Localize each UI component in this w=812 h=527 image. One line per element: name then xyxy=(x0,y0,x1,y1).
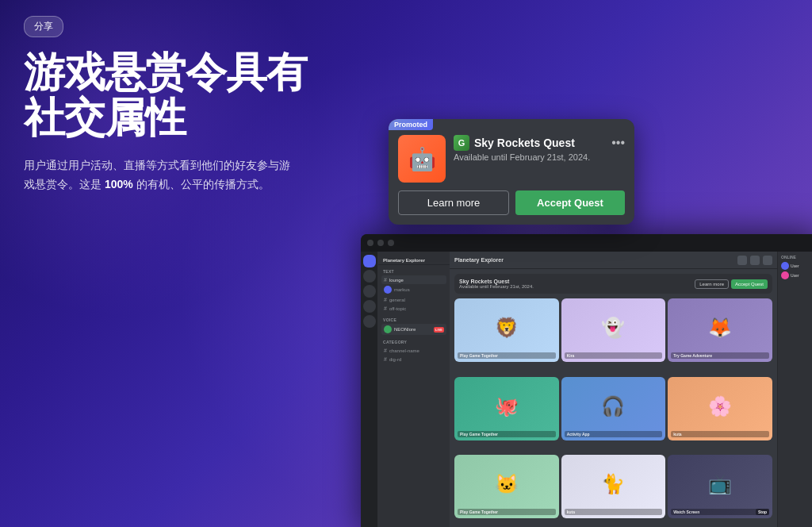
notif-learn-more-button[interactable]: Learn more xyxy=(695,279,729,289)
sidebar-server-active[interactable] xyxy=(363,255,376,267)
learn-more-button[interactable]: Learn more xyxy=(398,190,509,215)
quest-info: G Sky Rockets Quest ••• Available until … xyxy=(454,129,625,162)
hero-description: 用户通过用户活动、直播等方式看到他们的好友参与游戏悬赏令。这是 100% 的有机… xyxy=(24,156,293,194)
right-user-name-2: User xyxy=(791,273,799,278)
live-badge: LIVE xyxy=(434,327,444,333)
quest-notification-card: Promoted 🤖 G Sky Rockets Quest ••• Avail… xyxy=(389,119,634,225)
activity-card-4[interactable]: 🐙 Play Game Together xyxy=(454,377,559,440)
activity-btn-9[interactable]: Stop xyxy=(756,509,769,515)
activity-emoji-7: 🐱 xyxy=(495,474,519,496)
activity-emoji-3: 🦊 xyxy=(708,317,732,339)
channel-markus[interactable]: markus xyxy=(381,284,446,295)
channel-dig-rd[interactable]: # dig-rd xyxy=(381,355,446,364)
activity-card-6[interactable]: 🌸 kuta xyxy=(668,377,772,440)
share-badge: 分享 xyxy=(24,16,63,37)
titlebar-dot-2 xyxy=(377,240,384,246)
activity-emoji-2: 👻 xyxy=(601,317,625,339)
activity-label-1: Play Game Together xyxy=(458,352,556,359)
titlebar-dot-3 xyxy=(388,240,394,246)
channel-lounge[interactable]: # lounge xyxy=(381,275,446,284)
notif-accept-button[interactable]: Accept Quest xyxy=(731,279,768,289)
titlebar xyxy=(361,234,812,252)
channel-name-text: channel-name xyxy=(389,348,419,353)
titlebar-dot-1 xyxy=(367,240,373,246)
page-container: 分享 游戏悬赏令具有 社交属性 用户通过用户活动、直播等方式看到他们的好友参与游… xyxy=(0,0,812,527)
right-user-2: User xyxy=(781,271,812,279)
activity-label-6: kuta xyxy=(671,431,769,437)
hash-icon-off-topic: # xyxy=(384,306,387,311)
quest-availability: Available until February 21st, 2024. xyxy=(454,152,625,162)
sidebar-server-3[interactable] xyxy=(363,300,376,313)
activity-card-5[interactable]: 🎧 Activity App xyxy=(561,377,666,440)
voice-icon-neonlore xyxy=(384,325,392,333)
channel-general[interactable]: # general xyxy=(381,295,446,304)
channel-dig-rd-name: dig-rd xyxy=(389,357,401,362)
header-icons xyxy=(737,256,772,265)
activity-card-7[interactable]: 🐱 Play Game Together xyxy=(454,455,559,518)
activity-grid: 🦁 Play Game Together 👻 Kira 🦊 Try Game A… xyxy=(450,298,777,527)
more-icon[interactable]: ••• xyxy=(611,136,625,150)
sidebar-server-2[interactable] xyxy=(363,285,376,298)
activity-label-4: Play Game Together xyxy=(458,431,556,437)
channel-off-topic[interactable]: # off-topic xyxy=(381,304,446,313)
activity-card-1[interactable]: 🦁 Play Game Together xyxy=(454,298,559,362)
category-label: CATEGORY xyxy=(381,338,446,346)
game-icon: G xyxy=(454,135,469,151)
main-header: Planetary Explorer xyxy=(450,252,777,269)
activity-label-8: kuta xyxy=(565,509,663,515)
right-panel: ONLINE User User xyxy=(777,252,812,527)
quest-title-row: G Sky Rockets Quest ••• xyxy=(454,135,625,151)
activity-emoji-4: 🐙 xyxy=(495,395,519,417)
promoted-badge: Promoted xyxy=(389,119,433,130)
main-title: 游戏悬赏令具有 社交属性 xyxy=(24,50,365,140)
header-icon-3[interactable] xyxy=(763,256,772,265)
channel-off-topic-name: off-topic xyxy=(389,306,406,311)
hash-icon-dr: # xyxy=(384,356,387,362)
quest-notif-title: Sky Rockets Quest xyxy=(459,279,690,284)
activity-label-7: Play Game Together xyxy=(458,509,556,515)
main-channel-title: Planetary Explorer xyxy=(454,257,734,263)
activity-emoji-6: 🌸 xyxy=(708,395,732,417)
header-icon-2[interactable] xyxy=(750,256,760,265)
quest-notif-text: Sky Rockets Quest Available until Februa… xyxy=(459,279,690,289)
right-user-avatar-2 xyxy=(781,271,789,279)
channel-neonlore[interactable]: NEONlore LIVE xyxy=(381,324,446,335)
header-icon-1[interactable] xyxy=(737,256,747,265)
channel-name-item[interactable]: # channel-name xyxy=(381,346,446,355)
hash-icon-lounge: # xyxy=(384,277,387,283)
accept-quest-button[interactable]: Accept Quest xyxy=(515,190,625,215)
voice-channels-section: VOICE NEONlore LIVE xyxy=(378,316,450,335)
right-section-title: ONLINE xyxy=(781,255,812,260)
server-name: Planetary Explorer xyxy=(378,255,450,265)
server-sidebar xyxy=(361,252,378,527)
main-chat-area: Planetary Explorer Sky Rockets Quest Ava… xyxy=(450,252,777,527)
activity-card-3[interactable]: 🦊 Try Game Adventure xyxy=(668,298,772,362)
sidebar-server-1[interactable] xyxy=(363,270,376,283)
hash-icon-cn: # xyxy=(384,348,387,353)
activity-emoji-8: 🐈 xyxy=(601,474,625,496)
activity-card-9[interactable]: 📺 Watch Screen Stop xyxy=(668,455,772,518)
activity-label-9: Watch Screen xyxy=(671,509,769,515)
robot-icon: 🤖 xyxy=(408,146,436,172)
channels-panel: Planetary Explorer TEXT # lounge markus … xyxy=(378,252,450,527)
activity-label-2: Kira xyxy=(565,352,663,359)
activity-card-8[interactable]: 🐈 kuta xyxy=(561,455,666,518)
sidebar-server-4[interactable] xyxy=(363,315,376,328)
right-user-name-1: User xyxy=(791,264,799,268)
activity-label-3: Try Game Adventure xyxy=(671,352,769,359)
activity-emoji-9: 📺 xyxy=(708,474,732,496)
quest-card-header: 🤖 G Sky Rockets Quest ••• Available unti… xyxy=(398,129,625,183)
left-content: 分享 游戏悬赏令具有 社交属性 用户通过用户活动、直播等方式看到他们的好友参与游… xyxy=(24,16,365,194)
activity-emoji-5: 🎧 xyxy=(601,395,625,417)
channel-neonlore-name: NEONlore xyxy=(394,327,416,332)
activity-label-5: Activity App xyxy=(565,431,663,437)
channel-markus-name: markus xyxy=(394,287,410,292)
activity-emoji-1: 🦁 xyxy=(495,317,519,339)
hash-icon-general: # xyxy=(384,297,387,302)
quest-game-image: 🤖 xyxy=(398,135,446,183)
activity-card-2[interactable]: 👻 Kira xyxy=(561,298,666,362)
user-avatar-markus xyxy=(384,286,392,294)
text-section-label: TEXT xyxy=(381,267,446,275)
in-chat-quest-notification: Sky Rockets Quest Available until Februa… xyxy=(454,274,772,294)
text-channels-section: TEXT # lounge markus # general # xyxy=(378,267,450,313)
